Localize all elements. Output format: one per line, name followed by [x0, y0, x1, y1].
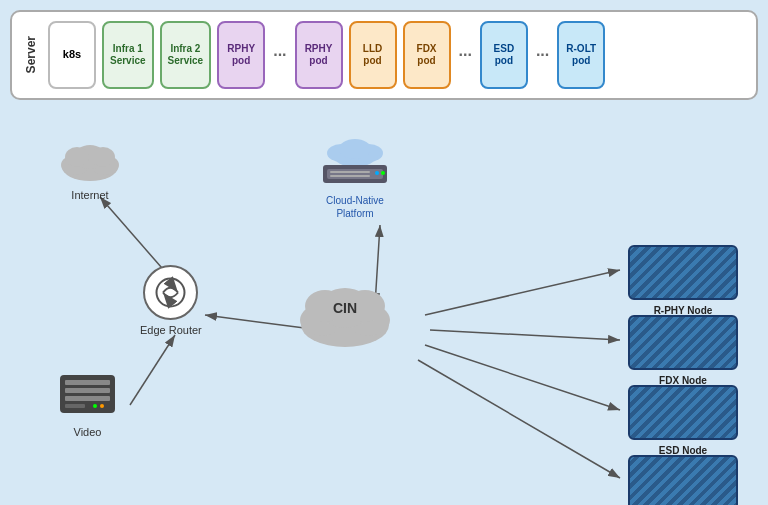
video-icon [55, 370, 120, 420]
edge-router: Edge Router [140, 265, 202, 336]
svg-rect-20 [65, 404, 85, 408]
svg-rect-37 [330, 175, 370, 177]
svg-line-8 [425, 345, 620, 410]
pod-lld: LLDpod [349, 21, 397, 89]
router-svg [153, 275, 188, 310]
pod-rphy2: RPHYpod [295, 21, 343, 89]
pod-infra1: Infra 1Service [102, 21, 154, 89]
cin-label: CIN [333, 300, 357, 316]
fdx-node-box [628, 315, 738, 370]
pod-k8s: k8s [48, 21, 96, 89]
pod-fdx: FDXpod [403, 21, 451, 89]
server-row: Server k8s Infra 1Service Infra 2Service… [10, 10, 758, 100]
cnp-cloud: Cloud-NativePlatform [315, 135, 395, 220]
fdx-node-hatch [630, 317, 736, 368]
dots-2: ··· [457, 46, 474, 64]
pod-esd: ESDpod [480, 21, 528, 89]
svg-line-7 [430, 330, 620, 340]
svg-rect-36 [330, 171, 370, 173]
dots-1: ··· [271, 46, 288, 64]
svg-point-14 [65, 147, 89, 167]
svg-point-39 [381, 171, 385, 175]
video-label: Video [55, 426, 120, 438]
esd-node-box [628, 385, 738, 440]
rphy-node-hatch [630, 247, 736, 298]
video-box: Video [55, 370, 120, 438]
edge-router-label: Edge Router [140, 324, 202, 336]
svg-point-38 [375, 171, 379, 175]
cin-cloud: CIN [290, 270, 400, 350]
esd-node-hatch [630, 387, 736, 438]
rphy-rolt-node-hatch [630, 457, 736, 505]
diagram-area: Internet Video Edge Router [0, 115, 768, 505]
svg-rect-17 [65, 380, 110, 385]
router-icon [143, 265, 198, 320]
internet-cloud-icon [55, 135, 125, 185]
rphy-node-box [628, 245, 738, 300]
svg-line-6 [425, 270, 620, 315]
pod-rphy1: RPHYpod [217, 21, 265, 89]
svg-point-21 [93, 404, 97, 408]
svg-point-23 [157, 279, 185, 307]
svg-point-33 [339, 139, 371, 159]
cnp-label: Cloud-NativePlatform [315, 194, 395, 220]
internet-label: Internet [55, 189, 125, 201]
pod-infra2: Infra 2Service [160, 21, 212, 89]
internet-cloud: Internet [55, 135, 125, 201]
dots-3: ··· [534, 46, 551, 64]
svg-point-15 [91, 147, 115, 167]
svg-point-22 [100, 404, 104, 408]
pod-rolt: R-OLTpod [557, 21, 605, 89]
svg-rect-18 [65, 388, 110, 393]
svg-line-9 [418, 360, 620, 478]
rphy-rolt-node-box [628, 455, 738, 505]
svg-line-3 [130, 335, 175, 405]
svg-rect-19 [65, 396, 110, 401]
cnp-platform-icon [315, 135, 395, 190]
server-label: Server [24, 36, 38, 73]
svg-rect-35 [327, 169, 383, 179]
